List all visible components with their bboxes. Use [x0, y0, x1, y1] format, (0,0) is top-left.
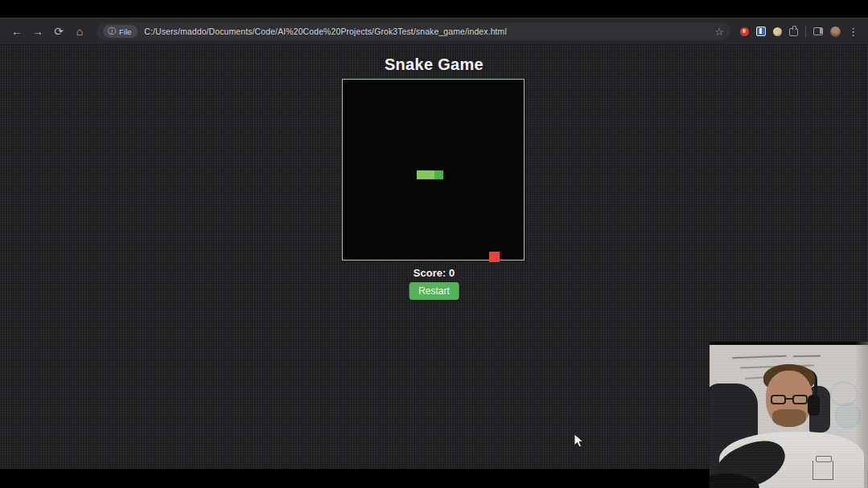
info-icon: ⓘ — [108, 26, 116, 37]
side-panel-icon[interactable] — [813, 27, 823, 35]
person-beard — [772, 409, 806, 427]
page-title: Snake Game — [0, 55, 868, 74]
person-glasses — [770, 395, 808, 405]
record-extension-icon[interactable] — [740, 27, 749, 36]
home-icon[interactable]: ⌂ — [71, 23, 88, 40]
score-label: Score: — [413, 267, 446, 279]
toolbar-divider — [805, 26, 806, 37]
game-canvas — [342, 79, 525, 260]
snake-head — [434, 170, 443, 179]
back-icon[interactable]: ← — [8, 23, 26, 40]
browser-toolbar: ← → ⟳ ⌂ ⓘ File C:/Users/maddo/Documents/… — [0, 18, 868, 44]
avatar-extension-icon[interactable] — [773, 27, 782, 36]
whiteboard-sketch — [830, 382, 858, 406]
whiteboard-writing — [793, 355, 821, 357]
food — [489, 252, 500, 262]
bookmark-star-icon[interactable]: ☆ — [714, 26, 724, 38]
shirt-graphic — [812, 461, 833, 480]
webcam-overlay — [710, 342, 868, 488]
reload-icon[interactable]: ⟳ — [50, 23, 68, 40]
score-text: Score: 0 — [0, 267, 868, 279]
headphone-earcup — [808, 395, 820, 416]
profile-avatar[interactable] — [830, 27, 841, 37]
extensions-puzzle-icon[interactable] — [789, 28, 798, 36]
extension-cluster: ⋮ — [740, 26, 860, 37]
webcam-top-edge — [710, 342, 868, 345]
file-scheme-chip[interactable]: ⓘ File — [103, 25, 138, 38]
snake-body — [426, 170, 434, 179]
restart-button[interactable]: Restart — [409, 282, 459, 300]
address-bar[interactable]: ⓘ File C:/Users/maddo/Documents/Code/AI%… — [97, 23, 730, 40]
snake-body — [417, 170, 426, 179]
mouse-cursor — [574, 433, 584, 452]
url-text[interactable]: C:/Users/maddo/Documents/Code/AI%20Code%… — [144, 27, 710, 36]
scheme-chip-label: File — [119, 27, 131, 36]
password-extension-icon[interactable] — [756, 27, 766, 36]
screen: ← → ⟳ ⌂ ⓘ File C:/Users/maddo/Documents/… — [0, 0, 868, 488]
score-value: 0 — [449, 267, 455, 279]
browser-menu-icon[interactable]: ⋮ — [848, 27, 858, 37]
whiteboard-writing — [732, 355, 787, 359]
forward-icon[interactable]: → — [29, 23, 47, 40]
